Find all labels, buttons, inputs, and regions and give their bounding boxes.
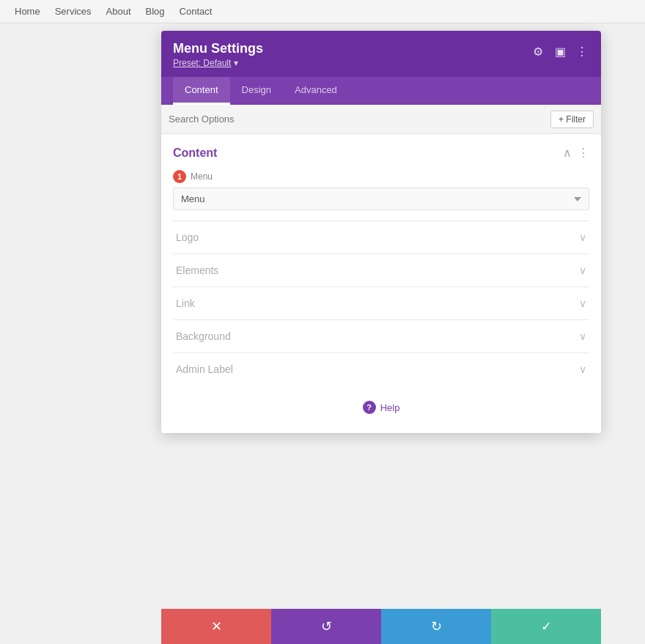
field-number-badge: 1 — [173, 170, 186, 183]
accordion-logo[interactable]: Logo ∨ — [173, 221, 589, 253]
nav-contact[interactable]: Contact — [180, 6, 213, 17]
content-section-header: Content ∧ ⋮ — [173, 146, 589, 160]
menu-field-label: 1 Menu — [173, 170, 589, 183]
accordion-admin-label[interactable]: Admin Label ∨ — [173, 352, 589, 385]
action-bar: ✕ ↺ ↻ ✓ — [161, 609, 601, 644]
redo-button[interactable]: ↻ — [381, 609, 491, 644]
chevron-down-icon: ∨ — [579, 363, 586, 375]
chevron-down-icon: ∨ — [579, 264, 586, 276]
accordion-list: Logo ∨ Elements ∨ Link ∨ Background ∨ Ad… — [173, 221, 589, 385]
accordion-link[interactable]: Link ∨ — [173, 286, 589, 319]
menu-select[interactable]: Menu — [173, 188, 589, 210]
chevron-down-icon: ∨ — [579, 297, 586, 309]
nav-blog[interactable]: Blog — [146, 6, 165, 17]
cancel-button[interactable]: ✕ — [161, 609, 271, 644]
modal-title: Menu Settings — [173, 41, 263, 56]
section-header-actions: ∧ ⋮ — [563, 146, 589, 160]
help-area: ? Help — [173, 385, 589, 421]
top-nav: Home Services About Blog Contact — [0, 0, 645, 23]
section-more-icon[interactable]: ⋮ — [578, 146, 589, 160]
layout-icon[interactable]: ▣ — [553, 44, 567, 59]
menu-field-group: 1 Menu Menu — [173, 170, 589, 210]
modal-tabs: Content Design Advanced — [161, 77, 601, 105]
tab-content[interactable]: Content — [173, 77, 230, 105]
content-section-title: Content — [173, 147, 217, 160]
chevron-down-icon: ∨ — [579, 232, 586, 243]
accordion-elements[interactable]: Elements ∨ — [173, 253, 589, 286]
nav-services[interactable]: Services — [55, 6, 92, 17]
filter-button[interactable]: + Filter — [550, 111, 594, 128]
nav-home[interactable]: Home — [15, 6, 40, 17]
modal-header: Menu Settings Preset: Default ▾ ⚙ ▣ ⋮ — [161, 31, 601, 77]
reset-button[interactable]: ↺ — [271, 609, 381, 644]
modal-header-actions: ⚙ ▣ ⋮ — [531, 44, 589, 59]
tab-design[interactable]: Design — [230, 77, 283, 105]
search-input[interactable] — [169, 114, 550, 125]
accordion-background[interactable]: Background ∨ — [173, 319, 589, 352]
settings-icon[interactable]: ⚙ — [531, 44, 545, 59]
save-button[interactable]: ✓ — [491, 609, 601, 644]
chevron-down-icon: ∨ — [579, 330, 586, 342]
search-bar: + Filter — [161, 105, 601, 134]
modal-header-info: Menu Settings Preset: Default ▾ — [173, 41, 263, 68]
tab-advanced[interactable]: Advanced — [283, 77, 349, 105]
modal-preset: Preset: Default ▾ — [173, 58, 263, 68]
help-circle-icon: ? — [363, 401, 376, 414]
nav-about[interactable]: About — [106, 6, 131, 17]
help-button[interactable]: ? Help — [363, 401, 400, 414]
collapse-icon[interactable]: ∧ — [563, 146, 572, 160]
modal-body: Content ∧ ⋮ 1 Menu Menu Logo ∨ Elements — [161, 134, 601, 433]
menu-settings-modal: Menu Settings Preset: Default ▾ ⚙ ▣ ⋮ Co… — [161, 31, 601, 433]
more-icon[interactable]: ⋮ — [575, 44, 589, 59]
